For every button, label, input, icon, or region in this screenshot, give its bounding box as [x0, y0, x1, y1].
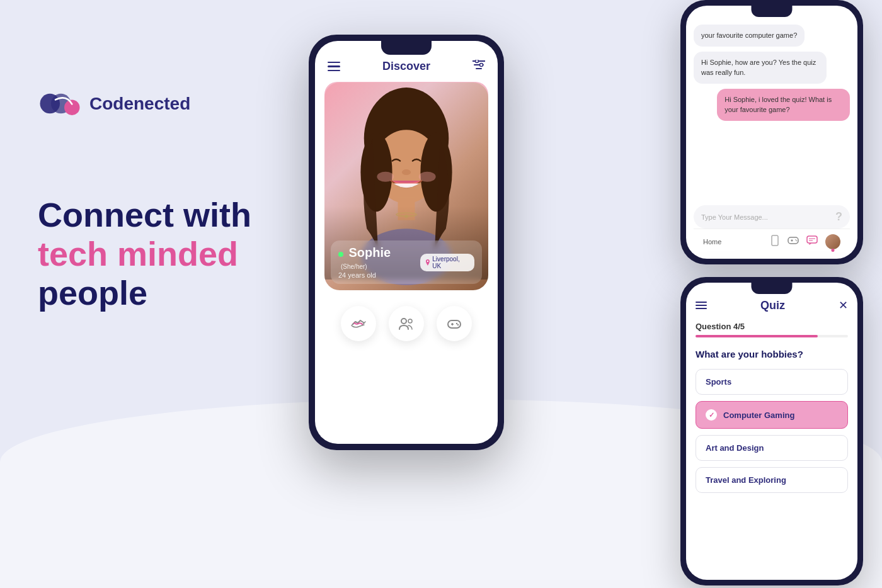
profile-age: 24 years old [338, 271, 420, 279]
svg-rect-34 [807, 236, 817, 243]
headline-line2: tech minded [38, 235, 238, 273]
logo-container: Codenected [38, 88, 302, 120]
phone-discover-inner: Discover [315, 41, 498, 444]
location-text: Liverpool, UK [432, 256, 469, 269]
svg-point-33 [796, 240, 798, 242]
headline-line1: Connect with [38, 196, 251, 234]
quiz-close-button[interactable]: ✕ [839, 298, 848, 312]
svg-point-12 [402, 169, 411, 175]
chat-content: your favourite computer game? Hi Sophie,… [686, 6, 857, 259]
nav-icons [770, 234, 840, 249]
filter-icon[interactable] [472, 60, 485, 73]
svg-point-32 [795, 239, 796, 240]
chat-text-1: your favourite computer game? [701, 31, 797, 39]
quiz-progress-label: Question 4/5 [696, 322, 848, 331]
location-badge: Liverpool, UK [420, 254, 474, 271]
profile-info-bar: Sophie (She/her) 24 years old Liverpool,… [331, 240, 482, 284]
quiz-option-travel-label: Travel and Exploring [706, 475, 786, 485]
quiz-question: What are your hobbies? [696, 349, 848, 359]
hamburger-menu-icon[interactable] [328, 62, 340, 72]
quiz-option-travel[interactable]: Travel and Exploring [696, 467, 848, 493]
chat-message-1: your favourite computer game? [694, 25, 805, 47]
profile-pronoun: (She/her) [341, 263, 367, 270]
chat-input-area[interactable]: Type Your Message... ? [694, 205, 850, 229]
quiz-option-art[interactable]: Art and Design [696, 435, 848, 461]
logo-icon [38, 88, 82, 120]
quiz-option-art-label: Art and Design [706, 443, 764, 453]
headline: Connect with tech minded people [38, 195, 302, 312]
svg-point-22 [408, 319, 412, 323]
phone-notch-chat [752, 6, 793, 17]
quiz-header: Quiz ✕ [696, 298, 848, 312]
svg-rect-23 [448, 320, 461, 328]
online-indicator [338, 252, 343, 257]
nav-game-icon[interactable] [788, 236, 799, 247]
quiz-option-gaming-check: ✓ [706, 409, 717, 421]
left-section: Codenected Connect with tech minded peop… [38, 88, 302, 312]
nav-home-label[interactable]: Home [703, 238, 721, 246]
svg-point-27 [457, 324, 459, 325]
headline-line3: people [38, 274, 147, 312]
people-button[interactable] [389, 306, 424, 341]
quiz-progress-bar [696, 335, 848, 337]
handshake-button[interactable] [341, 306, 376, 341]
svg-point-20 [427, 260, 428, 261]
phone-notch-quiz [752, 283, 793, 294]
svg-point-26 [456, 323, 457, 324]
chat-bottom-nav: Home [694, 229, 850, 252]
svg-point-6 [475, 60, 478, 63]
phone-notch-discover [381, 41, 432, 55]
svg-rect-28 [772, 235, 778, 246]
svg-point-7 [479, 64, 483, 67]
nav-avatar[interactable] [825, 234, 840, 249]
chat-message-2: Hi Sophie, how are you? Yes the quiz was… [694, 52, 827, 84]
chat-input-placeholder: Type Your Message... [701, 213, 830, 221]
chat-text-3: Hi Sophie, i loved the quiz! What is you… [724, 96, 832, 113]
phone-quiz-inner: Quiz ✕ Question 4/5 What are your hobbie… [686, 283, 857, 580]
quiz-hamburger-icon[interactable] [696, 302, 707, 309]
svg-point-14 [419, 172, 436, 182]
quiz-content: Quiz ✕ Question 4/5 What are your hobbie… [686, 283, 857, 580]
phone-discover: Discover [309, 35, 504, 450]
discover-title: Discover [382, 60, 430, 73]
brand-name: Codenected [89, 94, 190, 114]
chat-message-3: Hi Sophie, i loved the quiz! What is you… [717, 89, 850, 121]
quiz-progress-fill [696, 335, 818, 337]
quiz-option-gaming[interactable]: ✓ Computer Gaming [696, 401, 848, 429]
nav-chat-icon[interactable] [806, 235, 818, 248]
phone-chat: your favourite computer game? Hi Sophie,… [680, 0, 863, 264]
svg-point-13 [377, 172, 394, 182]
profile-name-line: Sophie (She/her) [338, 246, 420, 271]
quiz-title: Quiz [760, 299, 785, 312]
phone-quiz: Quiz ✕ Question 4/5 What are your hobbie… [680, 277, 863, 585]
svg-point-2 [64, 99, 80, 115]
phone-chat-inner: your favourite computer game? Hi Sophie,… [686, 6, 857, 259]
chat-send-icon[interactable]: ? [835, 210, 842, 223]
svg-point-21 [401, 319, 406, 324]
quiz-option-sports[interactable]: Sports [696, 369, 848, 395]
profile-card: Sophie (She/her) 24 years old Liverpool,… [324, 82, 488, 290]
action-buttons [315, 293, 498, 351]
chat-text-2: Hi Sophie, how are you? Yes the quiz was… [701, 59, 816, 76]
profile-name-area: Sophie (She/her) 24 years old [338, 246, 420, 279]
nav-phone-icon[interactable] [770, 235, 780, 249]
gaming-button[interactable] [437, 306, 472, 341]
profile-name: Sophie [348, 246, 391, 259]
quiz-option-gaming-label: Computer Gaming [723, 410, 794, 420]
quiz-option-sports-label: Sports [706, 377, 731, 387]
chat-messages: your favourite computer game? Hi Sophie,… [694, 21, 850, 200]
